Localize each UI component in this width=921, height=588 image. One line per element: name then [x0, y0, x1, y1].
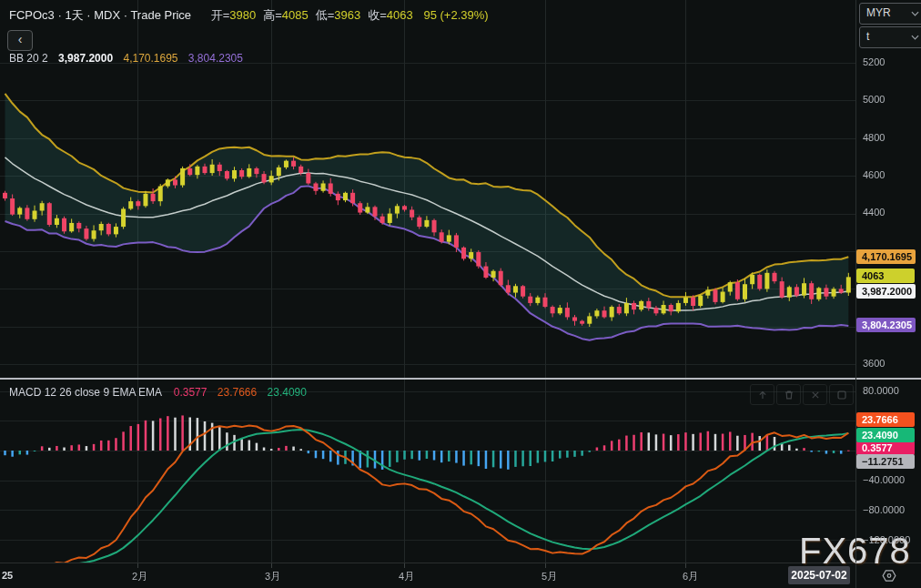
- currency-dropdown-label: MYR: [866, 6, 891, 19]
- ohlc-label: 低=: [316, 8, 335, 22]
- ohlc-label: 开=: [211, 8, 230, 22]
- ohlc-value: 4085: [282, 8, 309, 22]
- close-pane-button[interactable]: [803, 384, 827, 405]
- maximize-pane-button[interactable]: [829, 384, 854, 405]
- close-pane-icon: [809, 389, 822, 401]
- symbol-header: FCPOc3 · 1天 · MDX · Trade Price 开=3980高=…: [9, 7, 489, 24]
- time-axis-label: 2月: [132, 570, 147, 583]
- macd-tick-label: −80.0000: [863, 504, 905, 515]
- move-pane-up-icon: [756, 389, 769, 401]
- ohlc-value: 4063: [387, 8, 413, 22]
- pane-divider-handle[interactable]: [0, 378, 921, 380]
- macd-gray-axis-label: −11.2751: [856, 454, 915, 469]
- bb-upper-value: 4,170.1695: [123, 52, 177, 65]
- bb-upper-price-label: 4,170.1695: [856, 249, 916, 264]
- corner-border: [855, 563, 856, 588]
- back-chevron-icon: ‹: [18, 32, 23, 46]
- move-pane-up-button[interactable]: [750, 384, 774, 405]
- unit-dropdown-label: t: [866, 30, 869, 43]
- chevron-down-icon: [911, 35, 919, 40]
- macd-line-value: 23.7666: [218, 386, 257, 399]
- time-axis-tick: [271, 563, 272, 568]
- time-axis[interactable]: 2025-07-02 252月3月4月5月6月: [0, 563, 921, 588]
- time-axis-label: 25: [2, 570, 13, 581]
- last-bar-date-label: 2025-07-02: [788, 566, 850, 584]
- time-axis-label: 6月: [683, 570, 698, 583]
- time-axis-tick: [545, 563, 546, 568]
- bb-lower-value: 3,804.2305: [188, 52, 243, 65]
- time-axis-tick: [137, 563, 138, 568]
- unit-dropdown[interactable]: t: [859, 26, 921, 48]
- ohlc-label: 高=: [263, 8, 282, 22]
- maximize-pane-icon: [835, 389, 848, 401]
- bb-basis-value: 3,987.2000: [58, 52, 113, 65]
- last-price-label: 4063: [856, 269, 915, 283]
- price-tick-label: 4400: [863, 207, 885, 218]
- pane-controls-toolbar: [750, 384, 854, 405]
- ohlc-value: 3980: [229, 8, 256, 22]
- ohlc-label: 收=: [368, 8, 387, 22]
- time-axis-label: 4月: [399, 570, 414, 583]
- currency-dropdown[interactable]: MYR: [859, 3, 921, 25]
- price-tick-label: 5000: [863, 94, 885, 105]
- back-button[interactable]: ‹: [7, 30, 33, 51]
- symbol-title[interactable]: FCPOc3 · 1天 · MDX · Trade Price: [9, 8, 191, 22]
- delete-pane-icon: [783, 389, 795, 401]
- macd-tick-label: −40.0000: [863, 474, 905, 485]
- macd-pane-canvas[interactable]: [0, 380, 855, 563]
- time-axis-tick: [404, 563, 405, 568]
- macd-line-axis-label: 23.7666: [856, 412, 915, 427]
- price-tick-label: 4800: [863, 132, 885, 143]
- macd-hist-axis-label: 0.3577: [856, 441, 915, 455]
- macd-legend-name: MACD 12 26 close 9 EMA EMA: [9, 386, 161, 399]
- macd-tick-label: −120.0000: [863, 534, 910, 545]
- bb-indicator-legend[interactable]: BB 20 2 3,987.2000 4,170.1695 3,804.2305: [9, 52, 243, 65]
- price-tick-label: 3600: [863, 358, 885, 369]
- change-value: 95 (+2.39%): [423, 8, 488, 22]
- ohlc-value: 3963: [334, 8, 360, 22]
- ohlc-values: 开=3980高=4085低=3963收=4063: [204, 8, 413, 22]
- macd-signal-value: 23.4090: [268, 386, 307, 399]
- bb-lower-price-label: 3,804.2305: [856, 318, 916, 332]
- time-axis-label: 5月: [541, 570, 557, 583]
- trading-chart-app: FCPOc3 · 1天 · MDX · Trade Price 开=3980高=…: [0, 0, 921, 588]
- price-tick-label: 5200: [863, 56, 885, 67]
- macd-tick-label: 80.0000: [863, 385, 899, 396]
- chevron-down-icon: [911, 11, 919, 16]
- macd-hist-value: 0.3577: [174, 386, 207, 399]
- bb-legend-name: BB 20 2: [9, 52, 48, 65]
- bb-basis-price-label: 3,987.2000: [856, 284, 916, 299]
- time-axis-tick: [685, 563, 686, 568]
- delete-pane-button[interactable]: [776, 384, 801, 405]
- time-axis-label: 3月: [265, 570, 280, 583]
- macd-indicator-legend[interactable]: MACD 12 26 close 9 EMA EMA 0.3577 23.766…: [9, 386, 307, 399]
- macd-signal-axis-label: 23.4090: [856, 428, 915, 442]
- price-tick-label: 4600: [863, 169, 885, 180]
- price-axis[interactable]: MYR t 52005000480046004400360080.0000−40…: [856, 0, 921, 563]
- price-axis-border: [855, 0, 856, 563]
